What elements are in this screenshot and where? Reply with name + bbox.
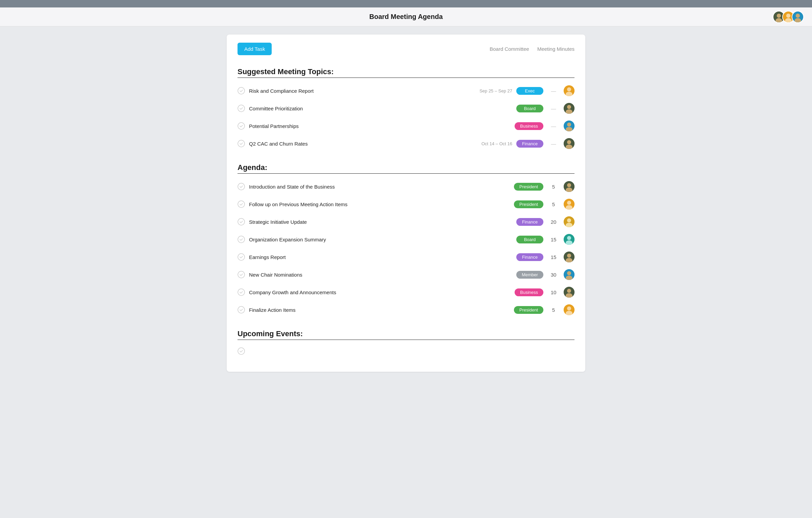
svg-point-53 [238, 306, 245, 313]
task-tag: Exec [516, 87, 543, 95]
task-name: Company Growth and Announcements [249, 289, 459, 295]
check-icon [238, 87, 245, 94]
task-name: Finalize Action Items [249, 307, 458, 313]
task-tag: Member [516, 271, 543, 279]
task-minutes: — [547, 123, 560, 129]
task-name: Committee Prioritization [249, 106, 461, 111]
task-avatar [564, 181, 574, 192]
toolbar: Add Task Board Committee Meeting Minutes [238, 43, 574, 55]
task-name: Q2 CAC and Churn Rates [249, 141, 461, 147]
check-icon [238, 218, 245, 225]
svg-point-25 [238, 183, 245, 190]
task-tag: Finance [516, 218, 543, 226]
task-name: New Chair Nominations [249, 272, 461, 278]
task-name: Risk and Compliance Report [249, 88, 461, 94]
table-row: New Chair Nominations Member 30 [238, 266, 574, 283]
svg-point-1 [777, 14, 781, 18]
svg-point-2 [775, 18, 782, 23]
svg-point-49 [238, 289, 245, 296]
table-row: Risk and Compliance Report Sep 25 – Sep … [238, 82, 574, 100]
svg-point-47 [567, 271, 571, 275]
table-row: Follow up on Previous Meeting Action Ite… [238, 195, 574, 213]
svg-point-57 [238, 348, 245, 354]
task-minutes: 15 [547, 254, 560, 260]
svg-point-7 [796, 14, 800, 18]
task-avatar [564, 121, 574, 131]
task-avatar [564, 85, 574, 96]
table-row: Potential Partnerships Business — [238, 117, 574, 135]
task-minutes: 30 [547, 272, 560, 278]
table-row: Q2 CAC and Churn Rates Oct 14 – Oct 16 F… [238, 135, 574, 152]
task-avatar [564, 138, 574, 149]
section-suggested: Suggested Meeting Topics: Risk and Compl… [238, 65, 574, 152]
task-name: Follow up on Previous Meeting Action Ite… [249, 201, 458, 207]
check-icon [238, 200, 245, 208]
svg-point-37 [238, 236, 245, 243]
task-minutes: 15 [547, 237, 560, 242]
task-avatar [564, 234, 574, 245]
svg-point-35 [567, 218, 571, 222]
task-tag: President [514, 306, 543, 314]
section-divider-upcoming [238, 340, 574, 340]
section-divider-agenda [238, 173, 574, 174]
avatar-3 [792, 11, 804, 23]
svg-point-17 [238, 123, 245, 129]
table-row: Organization Expansion Summary Board 15 [238, 231, 574, 248]
task-name: Organization Expansion Summary [249, 237, 461, 242]
meeting-minutes-link[interactable]: Meeting Minutes [537, 46, 574, 52]
svg-point-9 [238, 87, 245, 94]
check-icon [238, 306, 245, 314]
page-title: Board Meeting Agenda [369, 13, 443, 21]
task-tag: Board [516, 105, 543, 112]
task-tag: President [514, 183, 543, 191]
board-committee-link[interactable]: Board Committee [490, 46, 529, 52]
task-avatar [564, 252, 574, 262]
section-suggested-title: Suggested Meeting Topics: [238, 65, 574, 76]
task-avatar [564, 287, 574, 298]
svg-point-23 [567, 140, 571, 144]
header: Board Meeting Agenda [0, 7, 812, 26]
task-minutes: — [547, 141, 560, 147]
task-minutes: 20 [547, 219, 560, 225]
svg-point-27 [567, 183, 571, 187]
table-row [238, 344, 574, 358]
task-minutes: 5 [547, 307, 560, 313]
check-icon [238, 122, 245, 130]
task-name: Strategic Initiative Update [249, 219, 461, 225]
svg-point-19 [567, 123, 571, 127]
task-name: Earnings Report [249, 254, 461, 260]
check-icon [238, 347, 245, 355]
task-date: Sep 25 – Sep 27 [465, 88, 512, 93]
svg-point-4 [786, 14, 790, 18]
page-background: Add Task Board Committee Meeting Minutes… [0, 26, 812, 380]
task-minutes: 5 [547, 184, 560, 190]
task-tag: Board [516, 236, 543, 243]
task-avatar [564, 269, 574, 280]
svg-point-39 [567, 236, 571, 240]
task-name: Potential Partnerships [249, 123, 459, 129]
task-name: Introduction and State of the Business [249, 184, 458, 190]
check-icon [238, 253, 245, 261]
check-icon [238, 183, 245, 190]
task-avatar [564, 199, 574, 210]
section-agenda: Agenda: Introduction and State of the Bu… [238, 160, 574, 319]
top-bar [0, 0, 812, 7]
svg-point-41 [238, 254, 245, 260]
svg-point-45 [238, 271, 245, 278]
task-minutes: 5 [547, 201, 560, 207]
section-divider-suggested [238, 78, 574, 78]
check-icon [238, 271, 245, 278]
add-task-button[interactable]: Add Task [238, 43, 272, 55]
svg-point-5 [785, 18, 792, 23]
task-tag: Business [515, 288, 543, 296]
task-minutes: — [547, 88, 560, 94]
svg-point-11 [567, 87, 571, 91]
header-avatars [773, 11, 804, 23]
main-card: Add Task Board Committee Meeting Minutes… [227, 35, 585, 372]
table-row: Committee Prioritization Board — [238, 100, 574, 117]
task-tag: Finance [516, 253, 543, 261]
toolbar-links: Board Committee Meeting Minutes [490, 46, 574, 52]
check-icon [238, 236, 245, 243]
task-tag: Finance [516, 140, 543, 148]
check-icon [238, 288, 245, 296]
